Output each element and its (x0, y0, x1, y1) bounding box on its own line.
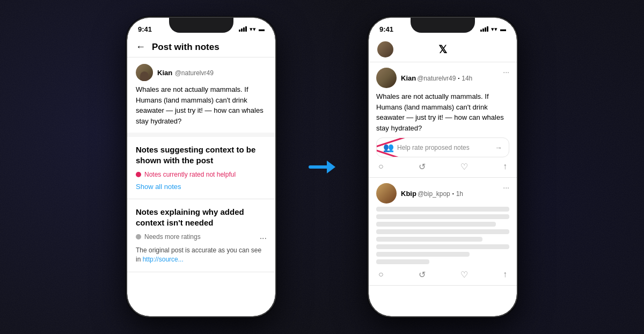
status-icons-2: ▾▾ ▬ (480, 26, 506, 33)
kian-name: Kian@naturelvr49 · 14h (401, 74, 472, 82)
avatar-1 (136, 64, 153, 81)
tweet-section: Kian @naturelvr49 Whales are not actuall… (127, 57, 275, 137)
user-avatar-header[interactable] (377, 41, 393, 57)
reply-button-kian[interactable]: ○ (378, 162, 384, 172)
skeleton-line-2 (376, 214, 509, 219)
skeleton-line-6 (376, 244, 509, 249)
tweet-card-author-kian: Kian@naturelvr49 · 14h (376, 68, 472, 88)
wifi-icon-2: ▾▾ (491, 26, 497, 33)
cn-arrow-icon: → (495, 143, 502, 152)
gray-dot-icon (136, 234, 141, 239)
skeleton-line-7 (376, 252, 470, 257)
cn-banner-text: Help rate proposed notes (397, 144, 470, 151)
show-all-notes-link[interactable]: Show all notes (136, 183, 181, 191)
not-helpful-text: Notes currently rated not helpful (144, 171, 236, 178)
kbip-tweet-actions: ○ ↺ ♡ ↑ (376, 270, 509, 280)
share-button-kbip[interactable]: ↑ (503, 270, 507, 280)
kian-tweet-actions: ○ ↺ ♡ ↑ (376, 162, 509, 172)
signal-icon-2 (480, 26, 488, 32)
battery-icon-2: ▬ (500, 26, 506, 32)
phone-1-screen: 9:41 ▾▾ ▬ ← Post with notes (127, 18, 275, 316)
phone-2-screen: 9:41 ▾▾ ▬ 𝕏 (369, 18, 517, 316)
kbip-meta: Kbip@bip_kpop · 1h (401, 190, 463, 198)
people-icon: 👥 (383, 142, 394, 153)
note-footer: Needs more ratings ··· (136, 233, 267, 244)
transition-arrow (309, 159, 335, 175)
kian-more-icon[interactable]: ··· (503, 68, 509, 76)
red-dot-icon (136, 172, 141, 177)
retweet-button-kian[interactable]: ↺ (419, 162, 426, 172)
x-logo: 𝕏 (438, 43, 447, 56)
tweet-author: Kian @naturelvr49 (136, 64, 267, 81)
tweet-card-header-kian: Kian@naturelvr49 · 14h ··· (376, 68, 509, 88)
phone-1: 9:41 ▾▾ ▬ ← Post with notes (126, 17, 276, 317)
like-button-kian[interactable]: ♡ (460, 162, 468, 172)
needs-ratings-text: Needs more ratings (144, 233, 201, 241)
skeleton-line-4 (376, 229, 509, 234)
note-source-text: The original post is accurate as you can… (136, 246, 267, 264)
status-icons-1: ▾▾ ▬ (239, 26, 265, 33)
section-suggesting-context: Notes suggesting context to be shown wit… (127, 137, 275, 199)
notes-header: ← Post with notes (127, 37, 275, 57)
arrow-right-icon (309, 159, 335, 175)
not-helpful-badge: Notes currently rated not helpful (136, 171, 267, 178)
kian-avatar (376, 68, 397, 88)
section1-title: Notes suggesting context to be shown wit… (136, 144, 267, 165)
tweet-card-author-kbip: Kbip@bip_kpop · 1h (376, 183, 463, 204)
skeleton-line-5 (376, 237, 482, 242)
kbip-name: Kbip@bip_kpop · 1h (401, 190, 463, 198)
retweet-button-kbip[interactable]: ↺ (419, 270, 426, 280)
section-context-not-needed: Notes explaining why added context isn't… (127, 199, 275, 272)
tweet-text-1: Whales are not actually mammals. If Huma… (136, 84, 267, 126)
x-app-header: 𝕏 (369, 37, 517, 62)
tweet-card-kbip: Kbip@bip_kpop · 1h ··· (369, 178, 517, 286)
notes-content: Kian @naturelvr49 Whales are not actuall… (127, 57, 275, 313)
share-button-kian[interactable]: ↑ (503, 162, 507, 172)
battery-icon-1: ▬ (259, 26, 265, 32)
tweet-feed: Kian@naturelvr49 · 14h ··· Whales are no… (369, 62, 517, 316)
kbip-more-icon[interactable]: ··· (503, 183, 509, 192)
kian-meta: Kian@naturelvr49 · 14h (401, 74, 472, 82)
skeleton-line-3 (376, 222, 496, 227)
page-title: Post with notes (152, 42, 219, 53)
cn-banner-left: 👥 Help rate proposed notes (383, 142, 470, 153)
phone-2: 9:41 ▾▾ ▬ 𝕏 (368, 17, 518, 317)
source-link[interactable]: http://source... (143, 256, 184, 263)
status-time-2: 9:41 (379, 25, 393, 33)
needs-ratings-badge: Needs more ratings (136, 233, 201, 241)
skeleton-line-8 (376, 259, 429, 264)
kbip-skeleton-content (376, 207, 509, 264)
reply-button-kbip[interactable]: ○ (378, 270, 384, 280)
kbip-avatar (376, 183, 397, 204)
more-options-icon[interactable]: ··· (260, 234, 267, 243)
phone-notch-1 (169, 18, 233, 33)
status-time-1: 9:41 (138, 25, 152, 33)
section2-title: Notes explaining why added context isn't… (136, 207, 267, 228)
wifi-icon-1: ▾▾ (250, 26, 256, 33)
like-button-kbip[interactable]: ♡ (460, 270, 468, 280)
kian-tweet-text: Whales are not actually mammals. If Huma… (376, 91, 509, 133)
back-button[interactable]: ← (136, 41, 145, 53)
tweet-card-header-kbip: Kbip@bip_kpop · 1h ··· (376, 183, 509, 204)
community-notes-banner[interactable]: 👥 Help rate proposed notes → (376, 137, 509, 157)
author-name-1: Kian (157, 69, 172, 77)
author-handle-1: @naturelvr49 (175, 69, 214, 77)
phone-notch-2 (411, 18, 475, 33)
tweet-card-kian: Kian@naturelvr49 · 14h ··· Whales are no… (369, 62, 517, 178)
signal-icon-1 (239, 26, 247, 32)
skeleton-line-1 (376, 207, 509, 212)
